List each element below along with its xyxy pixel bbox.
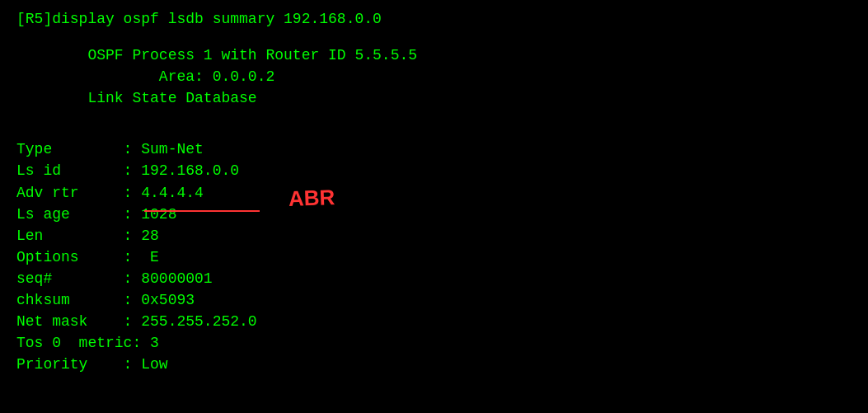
lsdb-line: Link State Database [16, 87, 852, 109]
adv-rtr-line: Adv rtr : 4.4.4.4 [16, 182, 852, 204]
priority-line: Priority : Low [16, 354, 852, 375]
process-line: OSPF Process 1 with Router ID 5.5.5.5 [16, 45, 852, 66]
tos-line: Tos 0 metric: 3 [16, 332, 852, 354]
adv-rtr-underline [144, 210, 260, 212]
len-line: Len : 28 [16, 225, 852, 246]
chksum-line: chksum : 0x5093 [16, 289, 852, 311]
command-line: [R5]display ospf lsdb summary 192.168.0.… [16, 8, 852, 30]
abr-annotation: ABR [288, 185, 335, 212]
ls-id-line: Ls id : 192.168.0.0 [16, 160, 852, 181]
ls-age-line: Ls age : 1028 [16, 204, 852, 225]
net-mask-line: Net mask : 255.255.252.0 [16, 311, 852, 332]
options-line: Options : E [16, 246, 852, 268]
type-line: Type : Sum-Net [16, 138, 852, 160]
seq-line: seq# : 80000001 [16, 268, 852, 289]
area-line: Area: 0.0.0.2 [16, 66, 852, 87]
terminal-window: [R5]display ospf lsdb summary 192.168.0.… [0, 0, 868, 413]
